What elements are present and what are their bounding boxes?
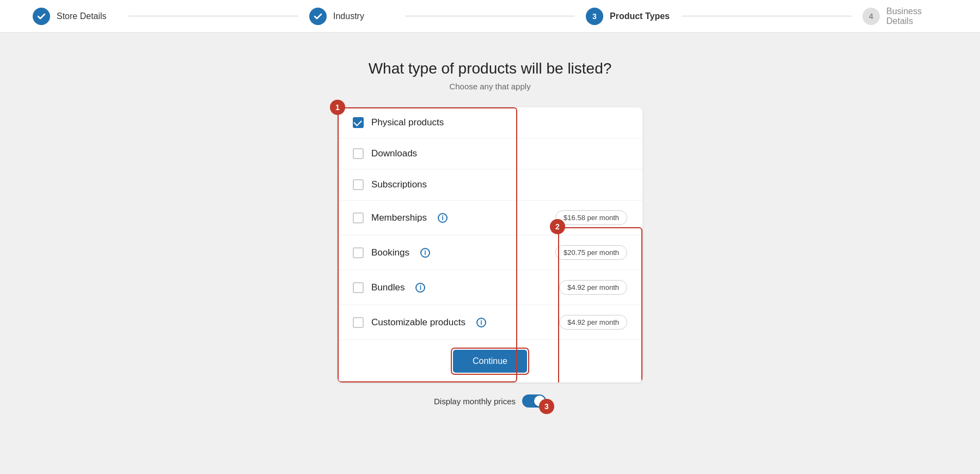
continue-button[interactable]: Continue [453,350,527,373]
checkbox-downloads[interactable] [353,148,364,159]
info-icon-customizable[interactable]: i [476,318,486,327]
price-bundles: $4.92 per month [559,280,627,295]
product-name-physical: Physical products [371,117,444,128]
checkbox-subscriptions[interactable] [353,179,364,190]
product-item-memberships[interactable]: Memberships i $16.58 per month [338,200,642,235]
card-wrapper: 1 2 Physical products [338,107,642,382]
checkbox-memberships[interactable] [353,212,364,223]
product-name-downloads: Downloads [371,148,417,159]
step-1-icon [33,8,50,25]
product-name-bookings: Bookings [371,247,409,258]
product-item-bundles[interactable]: Bundles i $4.92 per month [338,270,642,305]
product-name-subscriptions: Subscriptions [371,179,427,190]
step-store-details: Store Details [33,8,118,25]
info-icon-bookings[interactable]: i [420,248,430,258]
step-2-label: Industry [333,11,364,21]
step-divider-1 [128,16,298,16]
main-content: What type of products will be listed? Ch… [0,33,980,408]
product-item-customizable-left: Customizable products i [353,317,486,328]
toggle-area: Display monthly prices [434,394,546,408]
product-item-customizable[interactable]: Customizable products i $4.92 per month [338,305,642,339]
checkbox-physical[interactable] [353,117,364,128]
info-icon-bundles[interactable]: i [415,283,425,293]
product-item-memberships-left: Memberships i [353,212,448,223]
step-divider-3 [682,16,852,16]
info-icon-memberships[interactable]: i [438,213,448,223]
product-types-card: Physical products Downloads Subscription… [338,107,642,382]
step-2-icon [309,8,327,25]
step-1-label: Store Details [57,11,107,21]
product-item-physical-left: Physical products [353,117,444,128]
checkbox-bundles[interactable] [353,282,364,293]
step-product-types: 3 Product Types [586,8,671,25]
step-3-icon: 3 [586,8,603,25]
annotation-badge-1: 1 [330,100,345,115]
page-subtitle: Choose any that apply [449,82,530,91]
checkbox-customizable[interactable] [353,317,364,328]
annotation-badge-3: 3 [539,399,554,414]
continue-button-wrapper: Continue [453,350,527,373]
product-item-downloads-left: Downloads [353,148,417,159]
step-industry: Industry [309,8,394,25]
stepper: Store Details Industry 3 Product Types 4… [0,0,980,33]
product-item-subscriptions[interactable]: Subscriptions [338,169,642,200]
product-item-subscriptions-left: Subscriptions [353,179,427,190]
product-list: Physical products Downloads Subscription… [338,107,642,339]
product-item-bookings[interactable]: Bookings i $20.75 per month [338,235,642,270]
product-name-customizable: Customizable products [371,317,465,328]
annotation-badge-2: 2 [550,219,565,234]
price-customizable: $4.92 per month [559,315,627,330]
price-bookings: $20.75 per month [555,245,627,260]
product-item-physical[interactable]: Physical products [338,107,642,138]
product-name-memberships: Memberships [371,212,427,223]
step-divider-2 [405,16,575,16]
page-title: What type of products will be listed? [369,60,612,77]
continue-area: Continue [338,339,642,382]
product-name-bundles: Bundles [371,282,405,293]
checkbox-bookings[interactable] [353,247,364,258]
product-item-downloads[interactable]: Downloads [338,138,642,169]
product-item-bundles-left: Bundles i [353,282,425,293]
step-4-label: Business Details [886,7,947,26]
step-3-label: Product Types [610,11,670,21]
step-business-details: 4 Business Details [862,7,947,26]
toggle-label: Display monthly prices [434,397,516,406]
product-item-bookings-left: Bookings i [353,247,430,258]
price-memberships: $16.58 per month [555,210,627,225]
step-4-icon: 4 [862,8,880,25]
